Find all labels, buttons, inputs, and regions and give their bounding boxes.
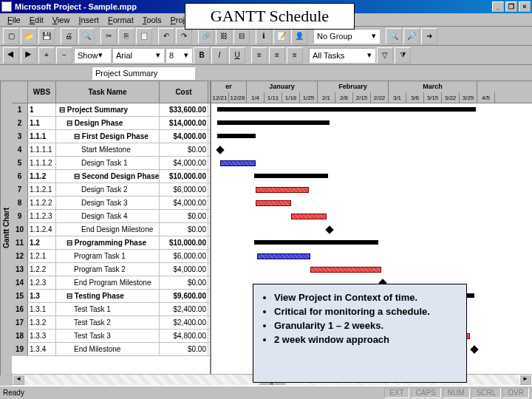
table-row[interactable]: 101.1.2.4End Design Milestone$0.00 xyxy=(12,223,210,236)
autofilter-button[interactable]: ▽ xyxy=(377,47,393,64)
scroll-left-icon[interactable]: ◄ xyxy=(13,375,24,385)
filter-icon[interactable]: ⧩ xyxy=(395,47,411,64)
italic-button[interactable]: I xyxy=(211,47,228,64)
info-button[interactable]: ℹ xyxy=(256,28,272,44)
app-icon xyxy=(1,1,12,12)
note-button[interactable]: 📝 xyxy=(273,28,290,44)
table-row[interactable]: 161.3.1Test Task 1$2,400.00 xyxy=(12,303,210,316)
collapse-button[interactable]: − xyxy=(56,47,72,64)
menu-view[interactable]: View xyxy=(48,14,75,26)
table-row[interactable]: 51.1.1.2Design Task 1$4,000.00 xyxy=(12,157,210,170)
day-header: 2/1 xyxy=(318,92,335,103)
overlay-title: GANTT Schedule xyxy=(185,3,355,30)
table-row[interactable]: 31.1.1⊟ First Design Phase$4,000.00 xyxy=(12,130,210,143)
gantt-bar[interactable] xyxy=(256,200,291,206)
table-row[interactable]: 121.2.1Program Task 1$6,000.00 xyxy=(12,250,210,263)
filter-select[interactable]: All Tasks▾ xyxy=(309,48,375,63)
close-button[interactable]: × xyxy=(519,1,531,12)
gantt-bar[interactable] xyxy=(325,225,333,233)
align-left-button[interactable]: ≡ xyxy=(251,47,267,64)
paste-button[interactable]: 📋 xyxy=(136,28,152,44)
table-row[interactable]: 111.2⊟ Programming Phase$10,000.00 xyxy=(12,236,210,250)
size-select[interactable]: 8▾ xyxy=(166,48,192,63)
col-task[interactable]: Task Name xyxy=(56,81,160,103)
unlink-button[interactable]: ⛓ xyxy=(216,28,232,44)
col-cost[interactable]: Cost xyxy=(160,81,208,103)
goto-button[interactable]: ➜ xyxy=(421,28,437,44)
day-header: 1/11 xyxy=(265,92,282,103)
format-toolbar: ⯇ ⯈ + − Show ▾ Arial▾ 8▾ B I U ≡ ≡ ≡ All… xyxy=(0,46,532,65)
copy-button[interactable]: ⎘ xyxy=(118,28,134,44)
table-row[interactable]: 171.3.2Test Task 2$2,400.00 xyxy=(12,316,210,330)
font-select[interactable]: Arial▾ xyxy=(112,48,164,63)
indent-button[interactable]: ⯈ xyxy=(21,47,37,64)
zoom-in-button[interactable]: 🔍 xyxy=(386,28,402,44)
expand-button[interactable]: + xyxy=(38,47,55,64)
link-button[interactable]: 🔗 xyxy=(198,28,214,44)
gantt-bar[interactable] xyxy=(217,107,476,112)
menu-edit[interactable]: Edit xyxy=(25,14,48,26)
gantt-bar[interactable] xyxy=(254,240,378,245)
align-center-button[interactable]: ≡ xyxy=(269,47,285,64)
table-row[interactable]: 141.2.3End Program Milestone$0.00 xyxy=(12,276,210,290)
outdent-button[interactable]: ⯇ xyxy=(3,47,19,64)
save-button[interactable]: 💾 xyxy=(38,28,55,44)
gantt-bar[interactable] xyxy=(256,187,309,193)
gantt-bar[interactable] xyxy=(217,120,330,125)
table-row[interactable]: 11⊟ Project Summary$33,600.00 xyxy=(12,103,210,117)
menu-insert[interactable]: Insert xyxy=(74,14,103,26)
table-row[interactable]: 81.1.2.2Design Task 3$4,000.00 xyxy=(12,197,210,210)
status-cell: NUM xyxy=(443,388,470,398)
table-row[interactable]: 91.1.2.3Design Task 4$0.00 xyxy=(12,210,210,223)
table-row[interactable]: 61.1.2⊟ Second Design Phase$10,000.00 xyxy=(12,170,210,183)
split-button[interactable]: ⊟ xyxy=(233,28,250,44)
table-row[interactable]: 131.2.2Program Task 2$4,000.00 xyxy=(12,263,210,276)
minimize-button[interactable]: _ xyxy=(492,1,504,12)
view-tab-gantt[interactable]: Gantt Chart xyxy=(0,81,12,375)
table-row[interactable]: 181.3.3Test Task 3$4,800.00 xyxy=(12,330,210,343)
table-row[interactable]: 191.3.4End Milestone$0.00 xyxy=(12,343,210,356)
zoom-out-button[interactable]: 🔎 xyxy=(403,28,420,44)
table-row[interactable]: 21.1⊟ Design Phase$14,000.00 xyxy=(12,117,210,130)
overlay-notes: View Project in Context of time.Critical… xyxy=(253,284,467,383)
note-item: Granularity 1 – 2 weeks. xyxy=(274,320,457,331)
scroll-right-icon[interactable]: ► xyxy=(519,375,531,385)
day-header: 12/28 xyxy=(229,92,247,103)
day-header: 3/15 xyxy=(424,92,442,103)
bold-button[interactable]: B xyxy=(194,47,210,64)
gantt-bar[interactable] xyxy=(257,253,310,259)
table-row[interactable]: 41.1.1.1Start Milestone$0.00 xyxy=(12,143,210,157)
menu-tools[interactable]: Tools xyxy=(138,14,166,26)
gantt-bar[interactable] xyxy=(310,267,381,273)
undo-button[interactable]: ↶ xyxy=(158,28,174,44)
col-wbs[interactable]: WBS xyxy=(28,81,56,103)
new-button[interactable]: ▢ xyxy=(3,28,19,44)
gantt-bar[interactable] xyxy=(470,345,478,353)
redo-button[interactable]: ↷ xyxy=(176,28,192,44)
open-button[interactable]: 📂 xyxy=(21,28,37,44)
day-header: 1/4 xyxy=(247,92,265,103)
show-select[interactable]: Show ▾ xyxy=(74,48,111,63)
print-button[interactable]: 🖨 xyxy=(61,28,77,44)
grid-header: WBS Task Name Cost xyxy=(12,81,210,103)
menu-file[interactable]: File xyxy=(3,14,25,26)
maximize-button[interactable]: ❐ xyxy=(505,1,517,12)
gantt-bar[interactable] xyxy=(291,214,327,219)
assign-button[interactable]: 👤 xyxy=(291,28,307,44)
gantt-bar[interactable] xyxy=(217,134,256,138)
gantt-bar[interactable] xyxy=(254,174,328,178)
menu-format[interactable]: Format xyxy=(103,14,138,26)
cut-button[interactable]: ✂ xyxy=(100,28,117,44)
group-select[interactable]: No Group▾ xyxy=(313,29,380,44)
table-row[interactable]: 151.3⊟ Testing Phase$9,600.00 xyxy=(12,290,210,303)
underline-button[interactable]: U xyxy=(229,47,245,64)
day-header: 2/22 xyxy=(371,92,389,103)
month-header: er xyxy=(211,81,247,92)
name-field[interactable] xyxy=(92,66,195,80)
gantt-bar[interactable] xyxy=(216,146,224,154)
align-right-button[interactable]: ≡ xyxy=(287,47,303,64)
preview-button[interactable]: 🔍 xyxy=(78,28,95,44)
gantt-bar[interactable] xyxy=(220,160,256,166)
col-num[interactable] xyxy=(12,81,28,103)
table-row[interactable]: 71.1.2.1Design Task 2$6,000.00 xyxy=(12,183,210,197)
